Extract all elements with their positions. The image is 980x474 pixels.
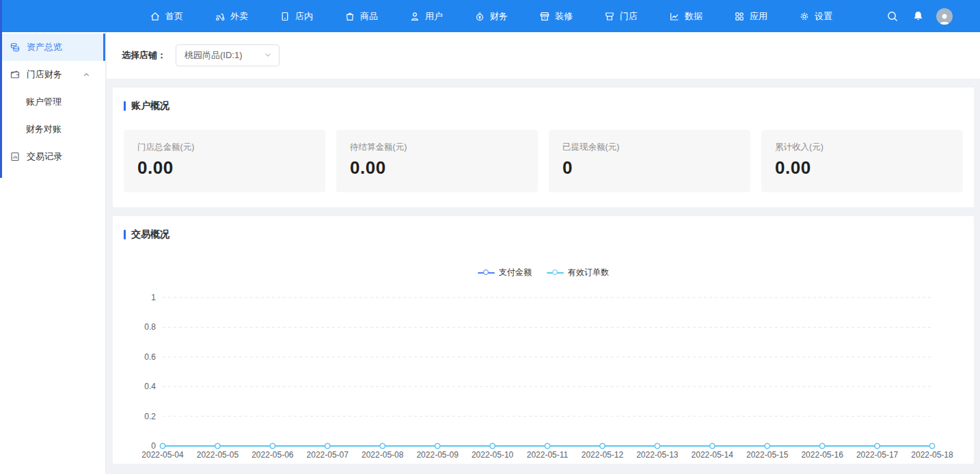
- legend-item-payment-amount[interactable]: 支付金额: [478, 267, 532, 278]
- finance-icon: [474, 11, 485, 22]
- stat-card-total-income: 累计收入(元) 0.00: [761, 130, 963, 192]
- sidebar-item-transaction-records[interactable]: 交易记录: [0, 143, 105, 170]
- svg-text:2022-05-04: 2022-05-04: [141, 450, 184, 460]
- delivery-icon: [215, 11, 226, 22]
- nav-right-tools: [886, 8, 953, 25]
- account-stat-cards: 门店总金额(元) 0.00 待结算金额(元) 0.00 已提现余额(元) 0 累…: [124, 130, 963, 192]
- sidebar-item-store-finance[interactable]: 门店财务: [0, 61, 105, 88]
- nav-item-label: 首页: [165, 10, 183, 23]
- stat-label: 已提现余额(元): [562, 142, 737, 153]
- svg-text:0.2: 0.2: [144, 412, 156, 421]
- nav-item-label: 商品: [360, 10, 378, 23]
- svg-text:0.6: 0.6: [144, 352, 156, 362]
- stat-value: 0.00: [137, 157, 312, 179]
- wallet-icon: [10, 69, 21, 80]
- svg-text:0: 0: [151, 441, 156, 451]
- search-button[interactable]: [886, 10, 899, 23]
- svg-text:2022-05-10: 2022-05-10: [472, 450, 514, 460]
- svg-text:0.8: 0.8: [144, 322, 156, 332]
- sidebar-item-label: 资产总览: [27, 41, 62, 53]
- sidebar-item-asset-overview[interactable]: 资产总览: [0, 34, 105, 61]
- nav-item-instore[interactable]: 店内: [264, 0, 329, 32]
- nav-item-home[interactable]: 首页: [134, 0, 199, 32]
- nav-item-apps[interactable]: 应用: [718, 0, 783, 32]
- sidebar-item-label: 门店财务: [27, 68, 62, 81]
- account-overview-panel: 账户概况 门店总金额(元) 0.00 待结算金额(元) 0.00 已提现余额(元…: [113, 88, 974, 207]
- nav-item-label: 店内: [295, 10, 313, 23]
- select-shop-label: 选择店铺：: [122, 49, 166, 62]
- stat-label: 待结算金额(元): [350, 142, 524, 153]
- transaction-overview-title: 交易概况: [124, 228, 963, 241]
- user-avatar[interactable]: [936, 8, 953, 25]
- sidebar-item-label: 交易记录: [27, 150, 62, 163]
- svg-text:2022-05-16: 2022-05-16: [801, 450, 843, 460]
- assets-icon: [10, 42, 21, 53]
- svg-text:2022-05-06: 2022-05-06: [251, 450, 294, 460]
- sidebar-item-label: 账户管理: [26, 96, 62, 108]
- stat-value: 0.00: [350, 157, 524, 179]
- title-accent-bar: [124, 101, 126, 111]
- nav-item-label: 应用: [750, 10, 767, 23]
- svg-text:2022-05-05: 2022-05-05: [197, 450, 239, 460]
- bell-icon: [912, 10, 924, 22]
- legend-label: 有效订单数: [568, 267, 609, 278]
- svg-text:2022-05-15: 2022-05-15: [746, 450, 789, 460]
- nav-item-store[interactable]: 门店: [588, 0, 653, 32]
- sidebar-item-financial-reconciliation[interactable]: 财务对账: [0, 116, 105, 143]
- goods-icon: [344, 11, 355, 22]
- user-icon: [409, 11, 420, 22]
- nav-item-goods[interactable]: 商品: [329, 0, 394, 32]
- chart-legend: 支付金额 有效订单数: [124, 267, 963, 278]
- shop-select[interactable]: 桃园尚品(ID:1): [176, 44, 280, 66]
- sidebar-item-account-management[interactable]: 账户管理: [0, 88, 105, 116]
- stat-label: 累计收入(元): [775, 142, 949, 153]
- section-title-text: 账户概况: [131, 100, 169, 112]
- store-icon: [604, 11, 615, 22]
- nav-item-label: 设置: [815, 10, 832, 23]
- left-accent-strip: [0, 0, 2, 178]
- search-icon: [886, 10, 899, 23]
- nav-item-takeout[interactable]: 外卖: [199, 0, 264, 32]
- nav-item-decorate[interactable]: 装修: [523, 0, 588, 32]
- stat-card-store-total: 门店总金额(元) 0.00: [124, 130, 325, 192]
- nav-item-label: 财务: [490, 10, 508, 23]
- svg-text:2022-05-12: 2022-05-12: [582, 450, 624, 460]
- nav-item-label: 装修: [555, 10, 573, 23]
- svg-text:2022-05-08: 2022-05-08: [362, 450, 404, 460]
- stat-value: 0.00: [775, 157, 949, 179]
- svg-text:2022-05-13: 2022-05-13: [636, 450, 679, 460]
- legend-item-valid-orders[interactable]: 有效订单数: [547, 267, 609, 278]
- nav-item-finance[interactable]: 财务: [459, 0, 523, 32]
- shop-filter-bar: 选择店铺： 桃园尚品(ID:1): [107, 32, 980, 79]
- nav-item-label: 用户: [425, 10, 443, 23]
- nav-menu: 首页 外卖 店内 商品 用户 财务 装修 门店: [134, 0, 848, 32]
- instore-icon: [280, 11, 290, 22]
- sidebar-item-label: 财务对账: [26, 123, 62, 135]
- transaction-overview-panel: 交易概况 支付金额 有效订单数 00.20.40.60.812022-05-04…: [113, 216, 974, 464]
- svg-text:2022-05-18: 2022-05-18: [911, 450, 953, 460]
- svg-text:2022-05-14: 2022-05-14: [692, 450, 734, 460]
- nav-item-label: 门店: [620, 10, 638, 23]
- nav-item-users[interactable]: 用户: [394, 0, 459, 32]
- svg-text:1: 1: [151, 293, 156, 302]
- sidebar: 资产总览 门店财务 账户管理 财务对账 交易记录: [0, 32, 106, 474]
- records-icon: [10, 151, 21, 162]
- chevron-down-icon: [264, 51, 272, 61]
- home-icon: [150, 11, 161, 22]
- legend-marker-icon: [478, 269, 495, 276]
- transaction-line-chart: 00.20.40.60.812022-05-042022-05-052022-0…: [124, 288, 964, 463]
- top-navigation-bar: 首页 外卖 店内 商品 用户 财务 装修 门店: [0, 0, 980, 32]
- notifications-button[interactable]: [911, 10, 925, 23]
- data-icon: [669, 11, 680, 22]
- legend-label: 支付金额: [499, 267, 532, 278]
- stat-card-pending-settlement: 待结算金额(元) 0.00: [336, 130, 538, 192]
- stat-value: 0: [562, 157, 737, 179]
- title-accent-bar: [124, 230, 126, 239]
- nav-item-settings[interactable]: 设置: [783, 0, 848, 32]
- svg-text:2022-05-17: 2022-05-17: [856, 450, 899, 460]
- stat-card-withdrawn-balance: 已提现余额(元) 0: [549, 130, 750, 192]
- nav-item-label: 数据: [685, 10, 703, 23]
- shop-select-value: 桃园尚品(ID:1): [185, 49, 243, 62]
- nav-item-data[interactable]: 数据: [653, 0, 718, 32]
- svg-text:2022-05-09: 2022-05-09: [416, 450, 459, 460]
